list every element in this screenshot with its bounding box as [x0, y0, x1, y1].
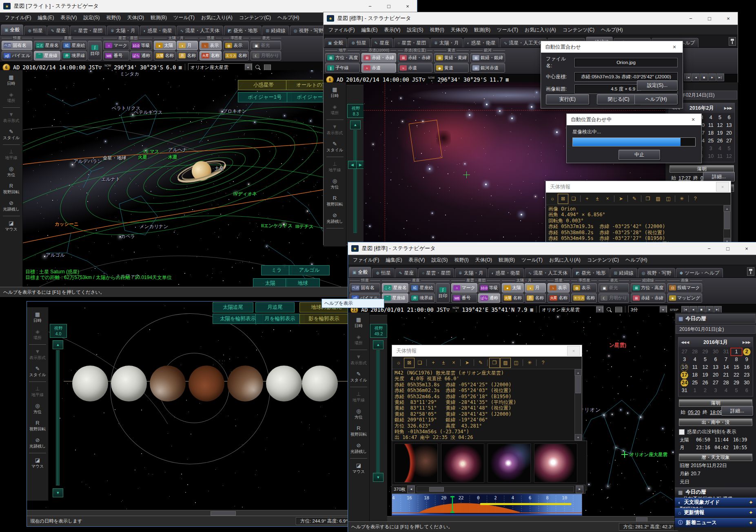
calendar-day[interactable]: 27: [725, 137, 734, 144]
pin-icon[interactable]: [747, 267, 754, 276]
scroll-right-button[interactable]: ▶: [576, 485, 583, 493]
menu-item[interactable]: 編集(E): [358, 25, 381, 35]
sidebar-item-スタイル[interactable]: ✎スタイル: [325, 138, 345, 155]
cancel-button[interactable]: 中止: [619, 150, 660, 160]
start-time[interactable]: 17:27: [678, 175, 691, 181]
tab-太陽・月[interactable]: ※太陽・月: [430, 38, 462, 47]
toolbar-button-目印[interactable]: ʃ目印: [88, 41, 102, 60]
photo-thumbnail[interactable]: [534, 443, 577, 483]
tab-視野・写野[interactable]: ◎視野・写野: [290, 26, 327, 35]
calendar-day[interactable]: 25: [706, 137, 715, 144]
tab-経緯線[interactable]: ⊞経緯線: [262, 26, 289, 35]
sidebar-item-方位[interactable]: ◎方位: [348, 406, 369, 423]
toolbar-button-星座線[interactable]: ⌒星座線: [34, 51, 60, 60]
toolbar-button-番号[interactable]: M8番号: [451, 293, 477, 303]
pencil-icon[interactable]: ✎: [476, 358, 486, 368]
toolbar-button-赤経・赤緯[interactable]: ⊞赤経・赤緯: [398, 53, 432, 62]
start-time[interactable]: 05:20: [688, 410, 700, 415]
calendar-day[interactable]: 12: [700, 364, 710, 371]
menu-item[interactable]: 表示(V): [405, 255, 428, 265]
calendar-day[interactable]: 2: [700, 387, 710, 394]
toolbar-button-黄道[interactable]: ◆黄道: [434, 63, 469, 73]
calendar-day[interactable]: 24: [679, 379, 689, 386]
now-icon[interactable]: NOW◔: [104, 64, 111, 71]
calendar-day[interactable]: 28: [721, 379, 731, 386]
calendar-day[interactable]: 10: [706, 153, 715, 160]
minimize-button[interactable]: −: [700, 242, 718, 255]
toolbar-button-名称[interactable]: 火星名称: [200, 51, 222, 60]
tab-視野・写野[interactable]: ◎視野・写野: [638, 268, 675, 277]
menu-item[interactable]: 観測(B): [495, 255, 518, 265]
zoom-out-button[interactable]: ▼: [53, 488, 63, 497]
toolbar-button-通称[interactable]: ばら通称: [478, 293, 500, 303]
toolbar-button-等級[interactable]: 10.0等級: [130, 41, 152, 50]
close-icon[interactable]: ×: [686, 115, 701, 124]
map-button[interactable]: 月を輪郭表示: [255, 314, 304, 324]
menu-item[interactable]: 設定(S): [403, 25, 426, 35]
toolbar-button-表示[interactable]: ♄表示: [548, 283, 570, 293]
menu-item[interactable]: お気に入り(A): [546, 255, 584, 265]
zoom-in-button[interactable]: ▲: [373, 340, 384, 349]
sidebar-item-視野回転[interactable]: R視野回転: [1, 180, 22, 197]
calendar-day[interactable]: 17: [679, 372, 689, 379]
scroll-thumb[interactable]: [429, 487, 444, 492]
keyboard-icon[interactable]: ▦: [505, 77, 508, 82]
menu-item[interactable]: コンテンツ(C): [236, 13, 274, 22]
sidebar-item-地平線[interactable]: ⊥地平線: [325, 158, 345, 175]
menu-item[interactable]: 設定(S): [428, 255, 451, 265]
checkbox[interactable]: [679, 429, 685, 435]
toolbar-button-固有名[interactable]: ベガ固有名: [2, 41, 32, 50]
calendar-day[interactable]: 1: [689, 387, 700, 394]
toolbar-button-境界線[interactable]: 井境界線: [61, 51, 87, 60]
sidebar-item-光跡残し[interactable]: ⊘光跡残し: [325, 210, 345, 227]
sidebar-item-場所[interactable]: ◈場所: [348, 331, 369, 348]
menu-item[interactable]: 表示(V): [381, 25, 403, 35]
sun-icon[interactable]: ☼: [548, 194, 557, 204]
sidebar-item-スタイル[interactable]: ✎スタイル: [27, 363, 48, 380]
shapes-icon[interactable]: ❏: [569, 194, 579, 204]
calendar-day[interactable]: 27: [710, 379, 721, 386]
help-button[interactable]: ヘルプ(H): [634, 94, 678, 104]
tab-全般[interactable]: ▣全般: [324, 38, 347, 47]
menu-item[interactable]: ツール(T): [494, 25, 521, 35]
calendar-day[interactable]: 3: [706, 145, 715, 152]
map-button[interactable]: 小惑星帯: [238, 80, 289, 90]
sidebar-item-視野回転[interactable]: R視野回転: [348, 423, 369, 440]
calendar-day[interactable]: 4: [721, 387, 731, 394]
playback-button[interactable]: ▶|: [716, 73, 724, 81]
toolbar-button-昼光[interactable]: ▣昼光: [251, 41, 281, 50]
toolbar-button-名称[interactable]: 月名称: [525, 293, 546, 303]
toolbar-button-赤道[interactable]: ≈赤道: [398, 63, 432, 73]
photo-thumbnail[interactable]: [395, 443, 438, 483]
calendar-day[interactable]: 20: [725, 130, 734, 137]
toolbar-button-目印[interactable]: ʃ目印: [436, 283, 450, 303]
calendar-day[interactable]: 12: [725, 153, 734, 160]
menu-item[interactable]: 観測(B): [147, 13, 170, 22]
calendar-day[interactable]: 14: [721, 364, 731, 371]
calendar-day[interactable]: 31: [721, 348, 731, 355]
next-year-button[interactable]: ▶ ▶▶: [724, 106, 732, 110]
sidebar-item-日時[interactable]: ▦日時: [325, 84, 345, 101]
map-button[interactable]: 月追尾: [255, 302, 295, 313]
menu-item[interactable]: 視野(I): [451, 255, 472, 265]
calendar-day[interactable]: 29: [700, 348, 710, 355]
datetime-value[interactable]: 2016/02/14 14:00:00: [22, 64, 85, 71]
sidebar-item-視野回転[interactable]: R視野回転: [27, 417, 48, 434]
detail-button[interactable]: 詳細...: [721, 406, 753, 416]
menu-item[interactable]: お気に入り(A): [198, 13, 236, 22]
toolbar-button-銀河赤道[interactable]: ⊖銀河赤道: [470, 63, 505, 73]
calendar-day[interactable]: 26: [700, 379, 710, 386]
crosshair-delete-icon[interactable]: ×: [449, 358, 459, 368]
calendar-day[interactable]: 13: [710, 364, 721, 371]
toolbar-button-星座絵[interactable]: 絵星座絵: [61, 41, 87, 50]
gear-icon[interactable]: ✳: [525, 358, 534, 368]
thumbnail-scrollbar[interactable]: [417, 486, 574, 492]
tab-流星・人工天体[interactable]: ∿流星・人工天体: [177, 26, 223, 35]
pin-icon[interactable]: [729, 37, 736, 46]
now-icon[interactable]: NOW◔: [428, 77, 435, 83]
toolbar-button-名称[interactable]: エリス名称: [223, 51, 249, 60]
sidebar-item-マウス[interactable]: ◪マウス: [27, 454, 48, 472]
tab-流星・人工天体[interactable]: ∿流星・人工天体: [500, 38, 547, 47]
toolbar-button-バイエル[interactable]: αβバイエル: [2, 51, 32, 60]
playback-button[interactable]: |◀: [684, 73, 692, 81]
